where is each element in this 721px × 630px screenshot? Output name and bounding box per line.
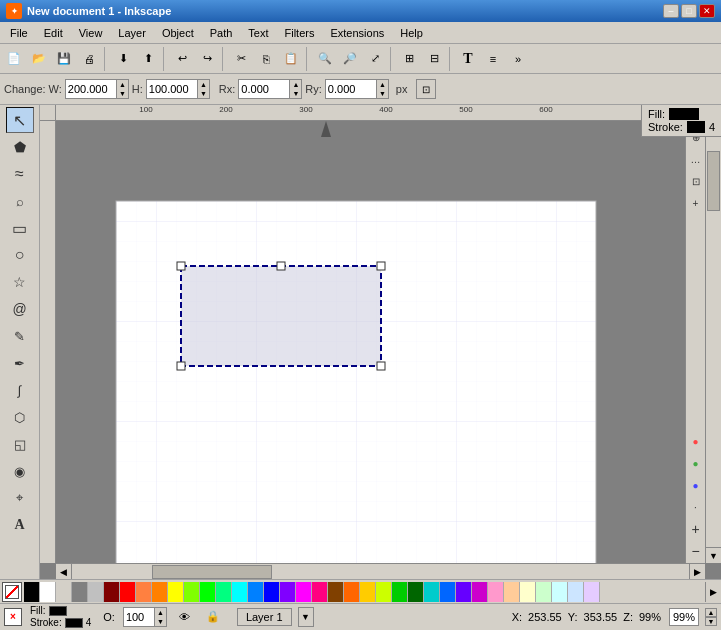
- menu-layer[interactable]: Layer: [110, 25, 154, 41]
- plus-vert-button[interactable]: +: [686, 519, 706, 539]
- zoom-tool[interactable]: ⌕: [6, 188, 34, 214]
- color-swatch-13[interactable]: [232, 582, 248, 602]
- gradient-tool[interactable]: ◱: [6, 431, 34, 457]
- width-input[interactable]: [66, 80, 116, 98]
- lock-button[interactable]: 🔒: [203, 607, 223, 627]
- color-swatch-14[interactable]: [248, 582, 264, 602]
- color-swatch-8[interactable]: [152, 582, 168, 602]
- layer-dropdown-button[interactable]: ▼: [298, 607, 314, 627]
- dropper-tool[interactable]: ◉: [6, 458, 34, 484]
- color-swatch-30[interactable]: [504, 582, 520, 602]
- pen-tool[interactable]: ✒: [6, 350, 34, 376]
- menu-path[interactable]: Path: [202, 25, 241, 41]
- vertical-scrollbar[interactable]: ▲ ▼: [705, 121, 721, 563]
- ry-up-button[interactable]: ▲: [376, 80, 388, 89]
- opacity-down-button[interactable]: ▼: [154, 617, 166, 626]
- color-swatch-4[interactable]: [88, 582, 104, 602]
- close-button[interactable]: ✕: [699, 4, 715, 18]
- menu-filters[interactable]: Filters: [277, 25, 323, 41]
- zoom-fit-button[interactable]: ⤢: [363, 47, 387, 71]
- color-swatch-34[interactable]: [568, 582, 584, 602]
- color-swatch-18[interactable]: [312, 582, 328, 602]
- menu-help[interactable]: Help: [392, 25, 431, 41]
- pencil-tool[interactable]: ✎: [6, 323, 34, 349]
- ry-spinbox-buttons[interactable]: ▲ ▼: [376, 80, 388, 98]
- color-green-button[interactable]: ●: [686, 453, 706, 473]
- view-mode-button[interactable]: 👁: [175, 607, 195, 627]
- rx-spinbox[interactable]: ▲ ▼: [238, 79, 302, 99]
- color-swatch-11[interactable]: [200, 582, 216, 602]
- width-spinbox-buttons[interactable]: ▲ ▼: [116, 80, 128, 98]
- color-swatch-6[interactable]: [120, 582, 136, 602]
- redo-button[interactable]: ↪: [195, 47, 219, 71]
- undo-button[interactable]: ↩: [170, 47, 194, 71]
- copy-button[interactable]: ⎘: [254, 47, 278, 71]
- maximize-button[interactable]: □: [681, 4, 697, 18]
- lock-aspect-button[interactable]: ⊡: [416, 79, 436, 99]
- snap-bbox-button[interactable]: ⊡: [686, 171, 706, 191]
- color-swatch-26[interactable]: [440, 582, 456, 602]
- vscroll-down-button[interactable]: ▼: [706, 547, 721, 563]
- connector-tool[interactable]: ⌖: [6, 485, 34, 511]
- color-swatch-19[interactable]: [328, 582, 344, 602]
- color-swatch-16[interactable]: [280, 582, 296, 602]
- text-tool-toolbar[interactable]: T: [456, 47, 480, 71]
- color-swatch-5[interactable]: [104, 582, 120, 602]
- color-blue-button[interactable]: ●: [686, 475, 706, 495]
- layer-selector[interactable]: Layer 1: [237, 608, 292, 626]
- print-button[interactable]: 🖨: [77, 47, 101, 71]
- opacity-up-button[interactable]: ▲: [154, 608, 166, 617]
- color-swatch-1[interactable]: [40, 582, 56, 602]
- ellipse-tool[interactable]: ○: [6, 242, 34, 268]
- text-tool[interactable]: A: [6, 512, 34, 538]
- color-swatch-9[interactable]: [168, 582, 184, 602]
- zoom-spinbox[interactable]: 99%: [669, 608, 699, 626]
- zoom-in-button[interactable]: 🔍: [313, 47, 337, 71]
- snap-guide-button[interactable]: +: [686, 193, 706, 213]
- star-tool[interactable]: ☆: [6, 269, 34, 295]
- rx-down-button[interactable]: ▼: [289, 89, 301, 98]
- hscroll-track[interactable]: [72, 564, 689, 580]
- color-swatch-27[interactable]: [456, 582, 472, 602]
- color-swatch-17[interactable]: [296, 582, 312, 602]
- save-button[interactable]: 💾: [52, 47, 76, 71]
- height-up-button[interactable]: ▲: [197, 80, 209, 89]
- canvas-area[interactable]: Fill: Stroke: 4 100 200 300 400 500 600: [40, 105, 721, 579]
- color-swatch-28[interactable]: [472, 582, 488, 602]
- paste-button[interactable]: 📋: [279, 47, 303, 71]
- color-swatch-20[interactable]: [344, 582, 360, 602]
- no-fill-swatch[interactable]: [2, 582, 22, 602]
- color-swatch-35[interactable]: [584, 582, 600, 602]
- zoom-out-button[interactable]: 🔎: [338, 47, 362, 71]
- color-swatch-29[interactable]: [488, 582, 504, 602]
- ry-input[interactable]: [326, 80, 376, 98]
- rect-tool[interactable]: ▭: [6, 215, 34, 241]
- height-down-button[interactable]: ▼: [197, 89, 209, 98]
- zoom-spinbox-buttons[interactable]: ▲ ▼: [705, 608, 717, 626]
- color-swatch-0[interactable]: [24, 582, 40, 602]
- export-button[interactable]: ⬆: [136, 47, 160, 71]
- color-swatch-32[interactable]: [536, 582, 552, 602]
- color-swatch-12[interactable]: [216, 582, 232, 602]
- rx-up-button[interactable]: ▲: [289, 80, 301, 89]
- zoom-down-button[interactable]: ▼: [705, 617, 717, 626]
- status-opacity-input[interactable]: [124, 608, 154, 626]
- stroke-swatch[interactable]: [687, 121, 705, 133]
- hscroll-right-button[interactable]: ▶: [689, 564, 705, 580]
- color-swatch-21[interactable]: [360, 582, 376, 602]
- horizontal-scrollbar[interactable]: ◀ ▶: [56, 563, 705, 579]
- width-spinbox[interactable]: ▲ ▼: [65, 79, 129, 99]
- tweak-tool[interactable]: ≈: [6, 161, 34, 187]
- dot-button[interactable]: ·: [686, 497, 706, 517]
- zoom-up-button[interactable]: ▲: [705, 608, 717, 617]
- menu-file[interactable]: File: [2, 25, 36, 41]
- ungroup-button[interactable]: ⊟: [422, 47, 446, 71]
- bucket-tool[interactable]: ⬡: [6, 404, 34, 430]
- height-spinbox[interactable]: ▲ ▼: [146, 79, 210, 99]
- opacity-spinbox-buttons[interactable]: ▲ ▼: [154, 608, 166, 626]
- color-swatch-15[interactable]: [264, 582, 280, 602]
- more-button[interactable]: »: [506, 47, 530, 71]
- color-wheel-button[interactable]: ●: [686, 431, 706, 451]
- color-swatch-7[interactable]: [136, 582, 152, 602]
- color-swatch-33[interactable]: [552, 582, 568, 602]
